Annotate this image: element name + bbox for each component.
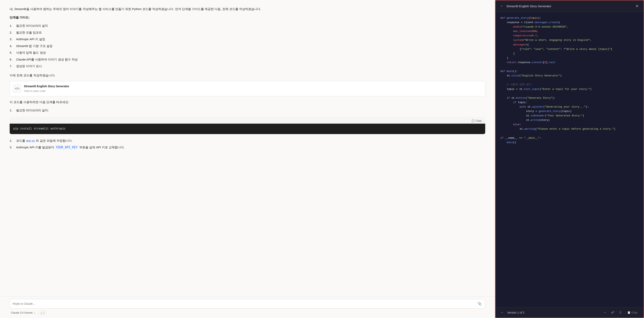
version-next-button[interactable]: → — [602, 310, 607, 315]
code-line — [500, 65, 639, 69]
code-line: response = client.messages.create( — [500, 20, 639, 25]
code-line: st.subheader("Your Generated Story:") — [500, 114, 639, 118]
code-line: return response.content[0].text — [500, 60, 639, 65]
copy-bottom-label: Copy — [632, 311, 638, 314]
code-line: with st.spinner("Generating your story..… — [500, 105, 639, 109]
app-py-link[interactable]: app.py — [26, 139, 35, 142]
code-icon: </> — [13, 85, 21, 93]
copy-label-1: Copy — [476, 119, 482, 122]
copy-icon-1: 📋 — [471, 119, 474, 122]
install-block: 📋 Copy pip install streamlit anthropic — [10, 117, 485, 134]
code-line: main() — [500, 140, 639, 145]
intro-text: 네, Streamlit을 사용하여 원하는 주제의 영어 이야기를 작성해주는… — [10, 6, 485, 12]
step-num: 3. — [10, 37, 14, 42]
people-count: 1 — [43, 311, 45, 314]
model-selector[interactable]: Claude 3.5 Sonnet ⌄ — [10, 311, 37, 315]
people-badge: △ 1 — [39, 311, 46, 315]
version-prev-button[interactable]: ← — [500, 310, 505, 315]
code-line: model="claude-3-5-sonnet-20240620", — [500, 25, 639, 29]
chevron-down-icon: ⌄ — [34, 311, 36, 314]
code-line: # 사용자 입력 받기 — [500, 82, 639, 87]
step-num: 7. — [10, 63, 14, 69]
code-block-info: Streamlit English Story Generator Click … — [24, 84, 69, 93]
code-line: def main(): — [500, 69, 639, 74]
code-line: ) — [500, 56, 639, 60]
code-line: st.write(story) — [500, 118, 639, 122]
step-text: 필요한 라이브러리 설치 — [16, 23, 48, 28]
copy-to-clipboard-button[interactable]: ☍ — [610, 310, 616, 315]
code-card[interactable]: </> Streamlit English Story Generator Cl… — [10, 81, 485, 96]
step-text-3: Anthropic API 키를 발급받아 YOUR_API_KEY 부분을 실… — [16, 145, 124, 150]
code-viewer: def generate_story(topic): response = cl… — [496, 12, 644, 307]
code-line: system="Write a short, engaging story in… — [500, 38, 639, 42]
step-text-1: 필요한 라이브러리 설치: — [16, 108, 49, 113]
now-text: 이제 전체 코드를 작성하겠습니다. — [10, 73, 485, 78]
install-block-top: 📋 Copy — [10, 117, 485, 124]
copy-button-install[interactable]: 📋 Copy — [470, 119, 483, 123]
chat-footer: Claude 3.5 Sonnet ⌄ △ 1 — [10, 311, 485, 315]
version-text: Version 1 of 2 — [507, 311, 600, 314]
step-item-7: 7.생성된 이야기 표시 — [10, 63, 485, 70]
download-button[interactable]: ⇩ — [618, 310, 623, 315]
step-item-4: 4.Streamlit 앱 기본 구조 설정 — [10, 43, 485, 49]
code-line: story = generate_story(topic) — [500, 109, 639, 114]
usage-list: 1. 필요한 라이브러리 설치: — [10, 107, 485, 114]
step-item-6: 6.Claude API를 사용하여 이야기 생성 함수 작성 — [10, 56, 485, 63]
usage-list-2: 2. 코드를 app.py 와 같은 파일에 저장합니다. 3. Anthrop… — [10, 137, 485, 151]
right-footer: ← Version 1 of 2 → ☍ ⇩ 📋 Copy — [496, 307, 644, 318]
code-line — [500, 91, 639, 96]
step-text: Claude API를 사용하여 이야기 생성 함수 작성 — [16, 57, 78, 62]
chat-input-area: 📎 Claude 3.5 Sonnet ⌄ △ 1 — [0, 296, 495, 318]
right-header: ← Streamlit English Story Generator ✕ — [496, 0, 644, 12]
left-panel: 네, Streamlit을 사용하여 원하는 주제의 영어 이야기를 작성해주는… — [0, 0, 495, 318]
chat-input[interactable] — [13, 302, 475, 305]
chat-content: 네, Streamlit을 사용하여 원하는 주제의 영어 이야기를 작성해주는… — [0, 0, 495, 296]
code-line: ] — [500, 51, 639, 56]
code-line: max_tokens=1000, — [500, 29, 639, 33]
attachment-button[interactable]: 📎 — [477, 301, 482, 306]
close-button[interactable]: ✕ — [634, 3, 640, 9]
code-line: def generate_story(topic): — [500, 16, 639, 20]
right-header-title: Streamlit English Story Generator — [506, 4, 632, 8]
step-text: 사용자 입력 필드 생성 — [16, 50, 46, 55]
copy-bottom-icon: 📋 — [627, 311, 630, 314]
code-line: if st.button("Generate Story"): — [500, 96, 639, 100]
code-line: topic = st.text_input("Enter a topic for… — [500, 87, 639, 91]
step-item-3: 3.Anthropic API 키 설정 — [10, 36, 485, 43]
right-panel: ← Streamlit English Story Generator ✕ de… — [495, 0, 644, 318]
usage-step-3: 3. Anthropic API 키를 발급받아 YOUR_API_KEY 부분… — [10, 144, 485, 151]
step-item-1: 1.필요한 라이브러리 설치 — [10, 22, 485, 29]
step-num: 4. — [10, 43, 14, 49]
step-num: 1. — [10, 23, 14, 28]
model-name: Claude 3.5 Sonnet — [11, 311, 32, 314]
code-line — [500, 78, 639, 82]
person-icon: △ — [40, 311, 42, 314]
code-line: if __name__ == "__main__": — [500, 136, 639, 140]
step-text-2: 코드를 app.py 와 같은 파일에 저장합니다. — [16, 138, 72, 143]
copy-bottom-button[interactable]: 📋 Copy — [625, 310, 640, 315]
step-num: 2. — [10, 30, 14, 35]
steps-list: 1.필요한 라이브러리 설치2.필요한 모듈 임포트3.Anthropic AP… — [10, 22, 485, 70]
step-num: 5. — [10, 50, 14, 55]
step-item-2: 2.필요한 모듈 임포트 — [10, 29, 485, 36]
step-text: Anthropic API 키 설정 — [16, 37, 45, 42]
code-line: st.title("English Story Generator") — [500, 74, 639, 78]
step-num-1: 1. — [10, 108, 14, 113]
step-num-2: 2. — [10, 138, 14, 143]
step-item-5: 5.사용자 입력 필드 생성 — [10, 49, 485, 56]
code-line: else: — [500, 122, 639, 127]
code-card-subtitle: Click to open code — [24, 89, 69, 93]
usage-text: 이 코드를 사용하려면 다음 단계를 따르세요: — [10, 100, 485, 105]
code-line — [500, 131, 639, 136]
code-card-title: Streamlit English Story Generator — [24, 84, 69, 89]
code-line: {"role": "user", "content": f"Write a st… — [500, 47, 639, 51]
back-button[interactable]: ← — [500, 3, 504, 9]
api-key-highlight: YOUR_API_KEY — [55, 145, 78, 149]
step-text: 생성된 이야기 표시 — [16, 63, 42, 69]
step-text: Streamlit 앱 기본 구조 설정 — [16, 43, 52, 49]
step-num: 6. — [10, 57, 14, 62]
code-line: st.warning("Please enter a topic before … — [500, 127, 639, 131]
usage-step-2: 2. 코드를 app.py 와 같은 파일에 저장합니다. — [10, 137, 485, 144]
step-text: 필요한 모듈 임포트 — [16, 30, 42, 35]
usage-step-1: 1. 필요한 라이브러리 설치: — [10, 107, 485, 114]
